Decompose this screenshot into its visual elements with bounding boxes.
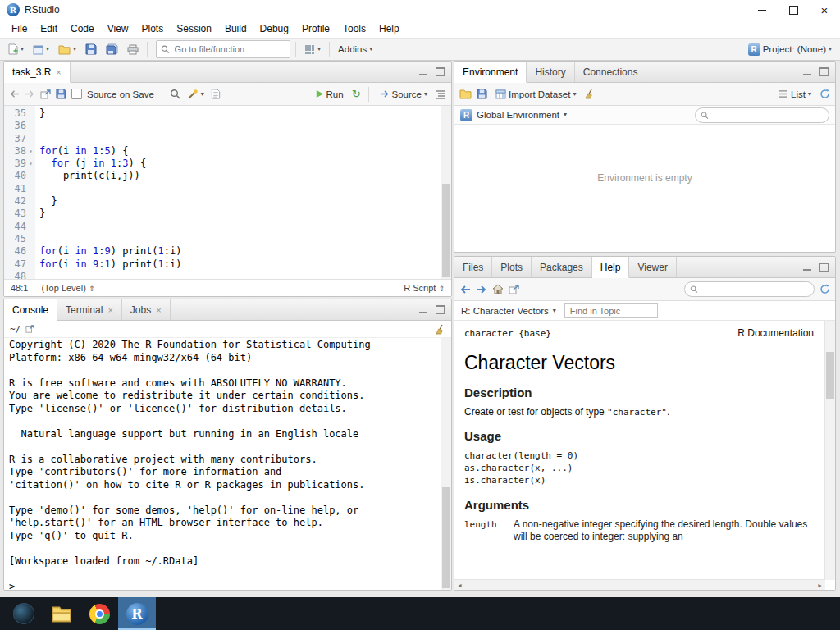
- code-line[interactable]: }: [39, 195, 441, 208]
- start-button[interactable]: [5, 597, 43, 630]
- new-file-button[interactable]: ▾: [5, 41, 27, 57]
- scope-selector[interactable]: (Top Level) ⇕: [41, 283, 94, 293]
- maximize-pane-icon[interactable]: [436, 67, 445, 76]
- menu-view[interactable]: View: [101, 21, 135, 37]
- menu-profile[interactable]: Profile: [295, 21, 336, 37]
- popout-icon[interactable]: [509, 285, 519, 294]
- menu-file[interactable]: File: [5, 21, 34, 37]
- environment-tab-environment[interactable]: Environment: [454, 62, 527, 83]
- minimize-button[interactable]: [746, 0, 778, 20]
- help-tab-viewer[interactable]: Viewer: [629, 257, 676, 277]
- scrollbar-thumb[interactable]: [442, 487, 450, 588]
- save-workspace-icon[interactable]: [477, 89, 487, 99]
- console-tab-console[interactable]: Console: [4, 299, 57, 321]
- console-tab-jobs[interactable]: Jobs×: [122, 299, 171, 320]
- new-project-button[interactable]: ▾: [30, 42, 52, 57]
- environment-search-box[interactable]: [695, 107, 829, 123]
- close-tab-icon[interactable]: ×: [107, 305, 112, 315]
- help-topic-selector[interactable]: R: Character Vectors ▾: [461, 306, 556, 316]
- back-icon[interactable]: [459, 285, 471, 294]
- chrome-button[interactable]: [80, 597, 118, 630]
- minimize-pane-icon[interactable]: [803, 74, 811, 75]
- console-tab-terminal[interactable]: Terminal×: [57, 299, 122, 320]
- menu-session[interactable]: Session: [170, 21, 218, 37]
- menu-help[interactable]: Help: [372, 21, 406, 37]
- help-tab-files[interactable]: Files: [454, 257, 492, 277]
- code-line[interactable]: for(i in 1:9) print(1:i): [39, 245, 441, 258]
- addins-dropdown[interactable]: Addins ▾: [335, 42, 376, 57]
- refresh-icon[interactable]: [819, 89, 830, 99]
- forward-icon[interactable]: [476, 285, 487, 294]
- console-prompt-line[interactable]: >: [9, 581, 438, 591]
- code-line[interactable]: [39, 221, 441, 233]
- save-button[interactable]: [82, 41, 100, 57]
- home-icon[interactable]: [492, 284, 504, 294]
- environment-tab-connections[interactable]: Connections: [575, 62, 647, 82]
- minimize-pane-icon[interactable]: [803, 269, 811, 271]
- source-on-save-checkbox[interactable]: [71, 89, 82, 99]
- close-tab-icon[interactable]: ×: [156, 305, 161, 315]
- list-view-button[interactable]: List ▾: [775, 87, 815, 102]
- help-search-box[interactable]: [684, 281, 815, 297]
- menu-debug[interactable]: Debug: [253, 21, 295, 37]
- find-in-topic-input[interactable]: [564, 303, 658, 318]
- code-line[interactable]: for(i in 9:1) print(1:i): [39, 258, 441, 271]
- editor-code[interactable]: } for(i in 1:5) { for (j in 1:3) { print…: [35, 106, 451, 279]
- menu-plots[interactable]: Plots: [135, 21, 171, 37]
- rerun-icon[interactable]: ↻: [352, 88, 361, 100]
- menu-build[interactable]: Build: [218, 21, 253, 37]
- help-tab-plots[interactable]: Plots: [492, 257, 532, 277]
- scroll-left-arrow-icon[interactable]: ◄: [457, 582, 463, 588]
- minimize-pane-icon[interactable]: [419, 312, 427, 313]
- import-dataset-button[interactable]: Import Dataset ▾: [492, 87, 579, 102]
- close-tab-icon[interactable]: ×: [56, 67, 61, 77]
- clear-console-icon[interactable]: [435, 324, 445, 335]
- back-icon[interactable]: [9, 89, 20, 98]
- popout-icon[interactable]: [25, 325, 34, 333]
- console-output[interactable]: Copyright (C) 2020 The R Foundation for …: [4, 338, 451, 590]
- goto-file-input[interactable]: [173, 43, 285, 55]
- compile-report-icon[interactable]: [211, 89, 221, 99]
- close-button[interactable]: ×: [809, 0, 840, 20]
- environment-search-input[interactable]: [712, 109, 824, 121]
- help-tab-help[interactable]: Help: [592, 257, 630, 278]
- forward-icon[interactable]: [25, 89, 35, 98]
- run-button[interactable]: Run: [312, 87, 347, 102]
- addins-grid-button[interactable]: ▾: [301, 42, 324, 57]
- save-icon[interactable]: [56, 89, 66, 99]
- code-line[interactable]: [39, 183, 441, 195]
- scroll-right-arrow-icon[interactable]: ►: [817, 582, 823, 588]
- code-editor[interactable]: 35363738▾39▾404142434445464748 } for(i i…: [4, 106, 451, 279]
- help-vertical-scrollbar[interactable]: [824, 321, 835, 580]
- project-selector[interactable]: R Project: (None) ▾: [745, 41, 835, 58]
- code-line[interactable]: [39, 271, 441, 279]
- code-line[interactable]: [39, 133, 441, 145]
- minimize-pane-icon[interactable]: [419, 74, 427, 75]
- document-outline-icon[interactable]: [436, 89, 446, 99]
- environment-tab-history[interactable]: History: [527, 62, 574, 82]
- source-button[interactable]: Source ▾: [377, 87, 431, 102]
- rstudio-taskbar-button[interactable]: R: [118, 597, 156, 630]
- menu-tools[interactable]: Tools: [336, 21, 372, 37]
- code-tools-button[interactable]: ▾: [185, 88, 206, 101]
- refresh-icon[interactable]: [819, 284, 830, 294]
- help-horizontal-scrollbar[interactable]: ◄ ►: [454, 579, 825, 590]
- help-tab-packages[interactable]: Packages: [532, 257, 592, 277]
- code-line[interactable]: }: [39, 107, 441, 120]
- popout-icon[interactable]: [40, 89, 51, 99]
- code-line[interactable]: [39, 233, 441, 245]
- menu-code[interactable]: Code: [64, 21, 101, 37]
- clear-objects-icon[interactable]: [584, 89, 595, 99]
- file-explorer-button[interactable]: [43, 597, 80, 630]
- load-workspace-icon[interactable]: [459, 89, 472, 99]
- maximize-pane-icon[interactable]: [436, 305, 445, 314]
- maximize-pane-icon[interactable]: [819, 262, 829, 272]
- console-scrollbar[interactable]: [441, 338, 451, 590]
- code-line[interactable]: [39, 120, 441, 132]
- scrollbar-thumb[interactable]: [442, 184, 450, 277]
- maximize-button[interactable]: [778, 0, 809, 20]
- save-all-button[interactable]: [103, 41, 121, 57]
- goto-file-box[interactable]: [156, 40, 290, 58]
- help-search-input[interactable]: [701, 284, 809, 295]
- filetype-selector[interactable]: R Script ⇕: [404, 283, 445, 293]
